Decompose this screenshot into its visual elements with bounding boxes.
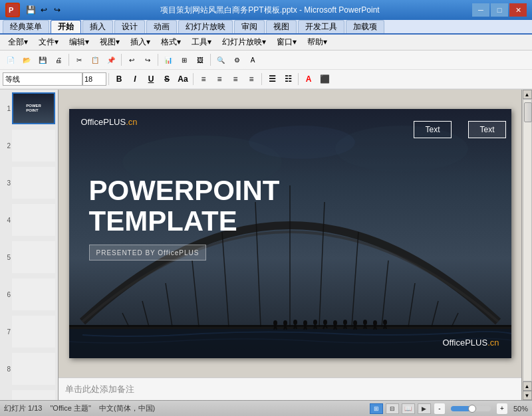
sep6	[193, 73, 194, 85]
normal-view-button[interactable]: ⊞	[370, 403, 383, 414]
slide-num-1: 1	[3, 105, 11, 112]
zoom-out-button[interactable]: -	[434, 403, 445, 414]
slide-thumb-6[interactable]	[12, 278, 55, 310]
slide-main[interactable]: OfficePLUS.cn Text Text POWERPOINT TEMPL…	[69, 109, 511, 358]
font-color-btn[interactable]: A	[301, 72, 316, 86]
sep3	[158, 54, 158, 66]
slide-thumb-7[interactable]	[12, 316, 55, 348]
new-button[interactable]: 📄	[3, 52, 18, 67]
slide-text-button-2[interactable]: Text	[468, 121, 505, 138]
numbered-list[interactable]: ☷	[281, 72, 295, 86]
scroll-up-arrow[interactable]: ▲	[523, 90, 532, 99]
scroll-thumb[interactable]	[524, 102, 532, 122]
undo-button[interactable]: ↩	[37, 4, 51, 16]
redo-button[interactable]: ↪	[51, 4, 64, 16]
sep4	[210, 54, 211, 66]
toolbar-redo[interactable]: ↪	[140, 52, 155, 67]
tab-slideshow[interactable]: 幻灯片放映	[178, 20, 233, 33]
tab-insert[interactable]: 插入	[82, 20, 113, 33]
slide-thumb-4[interactable]	[12, 204, 55, 236]
highlight-btn[interactable]: ⬛	[317, 72, 332, 86]
slide-num-5: 5	[3, 254, 11, 261]
menu-insert[interactable]: 插入▾	[125, 35, 156, 50]
menu-all[interactable]: 全部▾	[3, 35, 33, 50]
bullet-list[interactable]: ☰	[265, 72, 279, 86]
slideshow-view-button[interactable]: ▶	[418, 403, 431, 414]
svg-line-4	[166, 283, 172, 327]
tab-addins[interactable]: 加载项	[346, 20, 384, 33]
slide-thumb-9[interactable]	[12, 390, 55, 400]
slide-thumb-8[interactable]	[12, 353, 55, 385]
misc-btn2[interactable]: ⚙	[229, 52, 244, 67]
slide-thumb-3[interactable]	[12, 167, 55, 199]
slide-thumb-1[interactable]: POWERPOINT	[12, 92, 55, 124]
italic-button[interactable]: I	[128, 72, 142, 86]
slide-subtitle: PRESENTED BY OfficePLUS	[96, 249, 200, 257]
slide-thumb-8-wrapper: 8	[3, 353, 55, 385]
align-right[interactable]: ≡	[228, 72, 243, 86]
menu-help[interactable]: 帮助▾	[302, 35, 332, 50]
tab-home[interactable]: 开始	[51, 20, 81, 33]
slide-text-button-1[interactable]: Text	[414, 121, 451, 138]
zoom-in-button[interactable]: +	[497, 403, 507, 414]
insert-chart[interactable]: 📊	[161, 52, 176, 67]
strikethrough-button[interactable]: S	[160, 72, 174, 86]
align-justify[interactable]: ≡	[244, 72, 259, 86]
tab-design[interactable]: 设计	[114, 20, 145, 33]
paste-button[interactable]: 📌	[104, 52, 118, 67]
menu-format[interactable]: 格式▾	[156, 35, 186, 50]
scroll-bottom-pair: ▲ ▼	[523, 381, 532, 400]
insert-img[interactable]: 🖼	[193, 52, 207, 67]
tab-view[interactable]: 视图	[266, 20, 297, 33]
scroll-down-arrow2[interactable]: ▼	[523, 391, 532, 400]
copy-button[interactable]: 📋	[88, 52, 102, 67]
slide-thumb-1-wrapper: 1 POWERPOINT	[3, 92, 55, 124]
font-name-input[interactable]	[3, 72, 82, 86]
formatting-toolbar: B I U S Aa ≡ ≡ ≡ ≡ ☰ ☷ A ⬛	[0, 70, 532, 89]
svg-point-21	[283, 320, 287, 326]
tab-review[interactable]: 审阅	[234, 20, 265, 33]
menu-tools[interactable]: 工具▾	[186, 35, 217, 50]
font-size-input[interactable]	[82, 72, 106, 86]
save-tool-button[interactable]: 💾	[35, 52, 50, 67]
scroll-track[interactable]	[523, 99, 532, 381]
save-button[interactable]: 💾	[24, 4, 37, 16]
toolbar-undo[interactable]: ↩	[124, 52, 139, 67]
slide-thumb-4-wrapper: 4	[3, 204, 55, 236]
maximize-button[interactable]: □	[491, 3, 508, 17]
cut-button[interactable]: ✂	[72, 52, 86, 67]
minimize-button[interactable]: ─	[472, 3, 489, 17]
fontsize-button[interactable]: Aa	[176, 72, 190, 86]
open-button[interactable]: 📂	[19, 52, 34, 67]
menu-slideshow2[interactable]: 幻灯片放映▾	[217, 35, 271, 50]
svg-point-45	[363, 320, 367, 325]
tab-animation[interactable]: 动画	[146, 20, 177, 33]
slidesorter-view-button[interactable]: ⊟	[386, 403, 399, 414]
align-left[interactable]: ≡	[196, 72, 211, 86]
misc-btn3[interactable]: A	[245, 52, 260, 67]
sep8	[298, 73, 299, 85]
underline-button[interactable]: U	[144, 72, 158, 86]
tab-classic-menu[interactable]: 经典菜单	[3, 20, 49, 33]
insert-table[interactable]: ⊞	[177, 52, 192, 67]
reading-view-button[interactable]: 📖	[402, 403, 415, 414]
print-button[interactable]: 🖨	[51, 52, 66, 67]
status-right: ⊞ ⊟ 📖 ▶ - + 50%	[370, 403, 528, 415]
zoom-slider[interactable]	[451, 406, 491, 411]
bold-button[interactable]: B	[112, 72, 126, 86]
menu-edit[interactable]: 编辑▾	[64, 35, 94, 50]
misc-btn1[interactable]: 🔍	[213, 52, 228, 67]
align-center[interactable]: ≡	[212, 72, 227, 86]
menu-window[interactable]: 窗口▾	[271, 35, 302, 50]
scroll-down-arrow1[interactable]: ▲	[523, 381, 532, 391]
zoom-handle[interactable]	[468, 405, 476, 413]
svg-point-36	[333, 320, 337, 326]
slide-thumb-2[interactable]	[12, 130, 55, 161]
svg-line-9	[319, 202, 325, 327]
tab-developer[interactable]: 开发工具	[298, 20, 344, 33]
slide-thumb-5[interactable]	[12, 241, 55, 273]
menu-file[interactable]: 文件▾	[33, 35, 64, 50]
menu-view[interactable]: 视图▾	[94, 35, 125, 50]
notes-area[interactable]: 单击此处添加备注	[59, 377, 521, 400]
close-button[interactable]: ✕	[509, 3, 527, 17]
